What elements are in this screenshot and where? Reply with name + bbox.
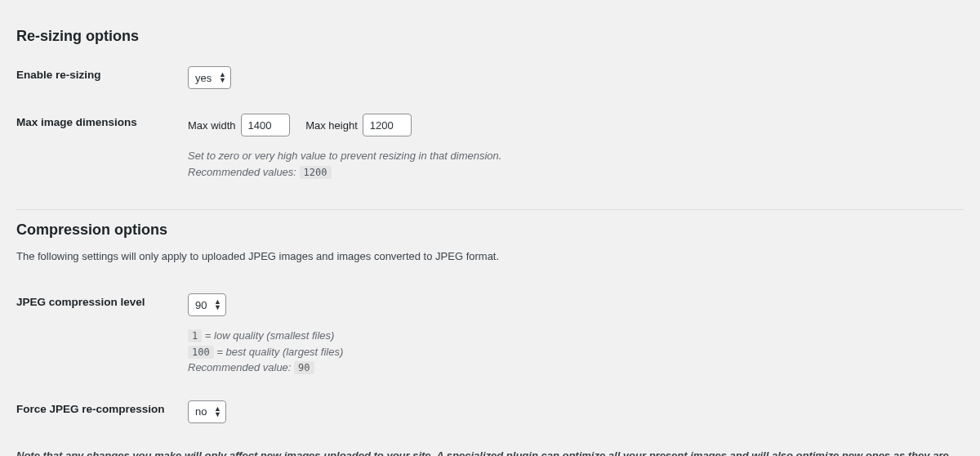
jpeg-high-code: 100 <box>188 346 214 359</box>
max-height-input[interactable] <box>363 114 412 136</box>
jpeg-high-text: = best quality (largest files) <box>214 346 344 358</box>
force-recompression-label: Force JPEG re-compression <box>16 400 188 415</box>
compression-section-title: Compression options <box>16 221 964 239</box>
jpeg-level-row: JPEG compression level 90 ▲▼ 1 = low qua… <box>16 277 964 384</box>
jpeg-level-select[interactable]: 90 <box>188 293 226 316</box>
compression-section-desc: The following settings will only apply t… <box>16 250 964 262</box>
enable-resizing-select[interactable]: yes <box>188 66 231 89</box>
jpeg-low-text: = low quality (smallest files) <box>202 329 334 342</box>
force-recompression-select-wrap: no ▲▼ <box>188 400 226 423</box>
max-dimensions-label: Max image dimensions <box>16 114 188 128</box>
footer-note: Note that any changes you make will only… <box>16 448 964 457</box>
max-width-label: Max width <box>188 119 236 132</box>
jpeg-recommended-label: Recommended value: <box>188 361 291 373</box>
dimensions-help-line1: Set to zero or very high value to preven… <box>188 150 501 162</box>
dimensions-recommended-value: 1200 <box>300 166 332 179</box>
max-height-label: Max height <box>305 119 358 132</box>
max-height-group: Max height <box>305 114 412 136</box>
max-dimensions-help: Set to zero or very high value to preven… <box>188 148 964 180</box>
enable-resizing-label: Enable re-sizing <box>16 66 188 81</box>
dimensions-recommended-label: Recommended values: <box>188 166 296 178</box>
jpeg-low-code: 1 <box>188 329 202 342</box>
max-width-input[interactable] <box>241 114 290 136</box>
enable-resizing-select-wrap: yes ▲▼ <box>188 66 231 89</box>
enable-resizing-row: Enable re-sizing yes ▲▼ <box>16 50 964 97</box>
force-recompression-row: Force JPEG re-compression no ▲▼ <box>16 384 964 431</box>
jpeg-level-help: 1 = low quality (smallest files) 100 = b… <box>188 328 964 376</box>
force-recompression-select[interactable]: no <box>188 400 226 423</box>
jpeg-level-label: JPEG compression level <box>16 293 188 308</box>
max-dimensions-row: Max image dimensions Max width Max heigh… <box>16 97 964 188</box>
section-divider <box>16 209 964 210</box>
max-width-group: Max width <box>188 114 290 136</box>
jpeg-recommended-value: 90 <box>294 361 314 374</box>
jpeg-level-select-wrap: 90 ▲▼ <box>188 293 226 316</box>
resizing-section-title: Re-sizing options <box>16 28 964 45</box>
